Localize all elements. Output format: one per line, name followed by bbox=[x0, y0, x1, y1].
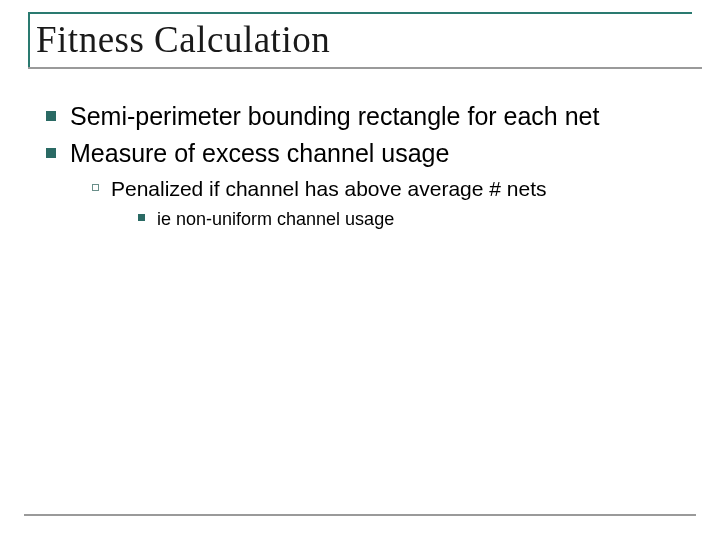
bullet-text: Penalized if channel has above average #… bbox=[111, 176, 546, 202]
square-bullet-icon bbox=[46, 148, 56, 158]
bullet-level-3-list: ie non-uniform channel usage bbox=[138, 208, 672, 231]
slide-title: Fitness Calculation bbox=[36, 18, 684, 61]
list-item: Measure of excess channel usage bbox=[46, 138, 672, 169]
bullet-level-1-list: Semi-perimeter bounding rectangle for ea… bbox=[46, 101, 672, 168]
square-bullet-icon bbox=[46, 111, 56, 121]
slide: Fitness Calculation Semi-perimeter bound… bbox=[0, 0, 720, 540]
list-item: Semi-perimeter bounding rectangle for ea… bbox=[46, 101, 672, 132]
bullet-level-2-list: Penalized if channel has above average #… bbox=[92, 176, 672, 202]
bullet-text: Semi-perimeter bounding rectangle for ea… bbox=[70, 101, 599, 132]
slide-body: Semi-perimeter bounding rectangle for ea… bbox=[18, 101, 702, 231]
list-item: ie non-uniform channel usage bbox=[138, 208, 672, 231]
list-item: Penalized if channel has above average #… bbox=[92, 176, 672, 202]
bottom-divider bbox=[24, 514, 696, 516]
bullet-text: ie non-uniform channel usage bbox=[157, 208, 394, 231]
title-container: Fitness Calculation bbox=[28, 12, 692, 67]
bullet-text: Measure of excess channel usage bbox=[70, 138, 449, 169]
square-outline-bullet-icon bbox=[92, 184, 99, 191]
square-bullet-icon bbox=[138, 214, 145, 221]
